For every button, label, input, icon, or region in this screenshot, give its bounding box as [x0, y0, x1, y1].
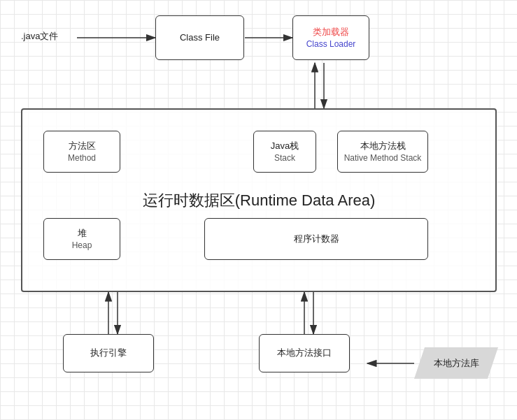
- program-counter-cn: 程序计数器: [294, 233, 339, 245]
- method-area-en: Method: [68, 152, 96, 164]
- heap-box: 堆 Heap: [43, 218, 120, 260]
- class-loader-en: Class Loader: [306, 38, 356, 50]
- native-library-cn: 本地方法库: [434, 357, 479, 370]
- class-file-box: Class File: [155, 15, 244, 60]
- heap-cn: 堆: [78, 227, 87, 240]
- execution-engine-box: 执行引擎: [63, 334, 154, 372]
- runtime-area-label: 运行时数据区(Runtime Data Area): [143, 190, 376, 211]
- native-stack-en: Native Method Stack: [344, 152, 422, 164]
- native-library-box: 本地方法库: [414, 347, 498, 379]
- java-stack-en: Stack: [274, 152, 295, 164]
- method-area-cn: 方法区: [69, 140, 96, 152]
- runtime-area: 运行时数据区(Runtime Data Area) 方法区 Method Jav…: [21, 108, 497, 292]
- java-file-label: .java文件: [21, 30, 58, 43]
- class-loader-cn: 类加载器: [313, 26, 349, 38]
- method-area-box: 方法区 Method: [43, 131, 120, 173]
- java-stack-cn: Java栈: [271, 140, 299, 152]
- native-interface-box: 本地方法接口: [259, 334, 350, 372]
- class-file-label: Class File: [180, 31, 220, 44]
- execution-engine-cn: 执行引擎: [90, 347, 127, 359]
- native-stack-box: 本地方法栈 Native Method Stack: [337, 131, 428, 173]
- java-stack-box: Java栈 Stack: [253, 131, 316, 173]
- class-loader-box: 类加载器 Class Loader: [292, 15, 369, 60]
- heap-en: Heap: [72, 240, 92, 252]
- native-stack-cn: 本地方法栈: [360, 140, 406, 152]
- native-interface-cn: 本地方法接口: [277, 347, 332, 359]
- program-counter-box: 程序计数器: [204, 218, 428, 260]
- diagram: .java文件 Class File 类加载器 Class Loader 运行时…: [0, 0, 517, 420]
